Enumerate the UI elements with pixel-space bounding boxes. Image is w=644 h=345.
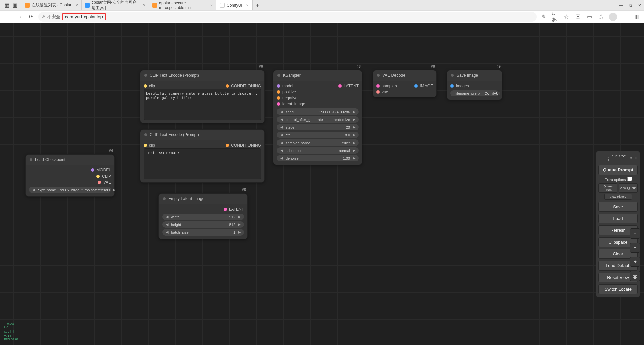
zoom-in-icon[interactable]: + <box>630 228 640 239</box>
url-input[interactable]: ⚠ 不安全 comfyui1.cpolar.top <box>38 12 537 22</box>
widget-steps[interactable]: ◀steps20▶ <box>277 124 359 130</box>
load-button[interactable]: Load <box>598 214 638 223</box>
port-clip-in[interactable]: clip <box>144 143 155 148</box>
port-negative-in[interactable]: negative <box>277 96 297 100</box>
node-title: Empty Latent Image <box>168 196 204 201</box>
view-queue-button[interactable]: View Queue <box>619 183 638 193</box>
extra-options[interactable]: Extra options <box>598 176 638 182</box>
comfyui-canvas[interactable]: #4 Load Checkpoint MODEL CLIP VAE ◀ckpt_… <box>0 23 644 345</box>
close-icon[interactable]: × <box>246 3 249 8</box>
switch-locale-button[interactable]: Switch Locale <box>598 284 638 294</box>
port-conditioning-out[interactable]: CONDITIONING <box>226 84 261 88</box>
tab-label: cpolar官网-安全的内网穿透工具 | <box>92 0 139 11</box>
tab-0[interactable]: 在线隧道列表 - Cpolar× <box>22 0 82 10</box>
port-clip-in[interactable]: clip <box>144 84 155 88</box>
save-button[interactable]: Save <box>598 202 638 212</box>
extensions-icon[interactable]: ⦿ <box>575 13 581 20</box>
insecure-warning: ⚠ 不安全 <box>42 14 60 20</box>
widget-scheduler[interactable]: ◀schedulernormal▶ <box>277 147 359 154</box>
port-model[interactable]: MODEL <box>91 168 111 172</box>
address-bar: ← → ⟳ ⚠ 不安全 comfyui1.cpolar.top ✎ aあ ☆ ⦿… <box>0 11 644 23</box>
maximize-icon[interactable]: ⧉ <box>629 3 632 8</box>
sidebar-toggle-icon[interactable]: ▣ <box>11 1 19 9</box>
sidepanel-icon[interactable]: ▥ <box>633 13 640 20</box>
widget-seed[interactable]: ◀seed156680208700286▶ <box>277 108 359 115</box>
tab-1[interactable]: cpolar官网-安全的内网穿透工具 |× <box>82 0 149 10</box>
port-samples-in[interactable]: samples <box>376 84 397 88</box>
port-clip[interactable]: CLIP <box>96 174 111 179</box>
new-tab-button[interactable]: + <box>253 0 263 10</box>
widget-height[interactable]: ◀height512▶ <box>162 221 244 228</box>
port-vae-in[interactable]: vae <box>376 90 388 94</box>
node-clip-negative[interactable]: CLIP Text Encode (Prompt) clipCONDITIONI… <box>140 129 265 183</box>
close-icon[interactable]: × <box>210 3 213 8</box>
node-title: KSampler <box>283 73 301 78</box>
tab-label: 在线隧道列表 - Cpolar <box>32 2 71 8</box>
app-menu-icon[interactable]: ▦ <box>3 1 11 9</box>
port-images-in[interactable]: images <box>450 84 469 88</box>
widget-denoise[interactable]: ◀denoise1.00▶ <box>277 155 359 161</box>
close-icon[interactable]: × <box>76 3 78 8</box>
gear-icon[interactable]: ⚙ <box>629 156 633 160</box>
widget-ckpt-name[interactable]: ◀ckpt_namesd3.5_large_turbo.safetensors▶ <box>29 187 111 193</box>
queue-front-button[interactable]: Queue Front <box>598 183 617 193</box>
node-title: Save Image <box>457 73 478 78</box>
widget-cfg[interactable]: ◀cfg8.0▶ <box>277 132 359 138</box>
port-latent-out[interactable]: LATENT <box>338 84 359 88</box>
window-controls: — ⧉ ✕ <box>619 3 641 8</box>
node-save-image[interactable]: #9 Save Image images filename_prefixComf… <box>447 70 502 100</box>
node-id: #5 <box>242 188 246 192</box>
forward-icon[interactable]: → <box>16 13 24 21</box>
widget-filename-prefix[interactable]: filename_prefixComfyUI <box>450 90 499 96</box>
port-positive-in[interactable]: positive <box>277 90 296 94</box>
more-icon[interactable]: ⋯ <box>622 13 628 20</box>
close-window-icon[interactable]: ✕ <box>638 3 641 8</box>
prompt-textarea[interactable] <box>144 148 261 179</box>
port-image-out[interactable]: IMAGE <box>414 84 433 88</box>
port-conditioning-out[interactable]: CONDITIONING <box>226 143 261 148</box>
drag-handle-icon[interactable]: ⋮⋮ <box>599 156 607 160</box>
tab-strip: 在线隧道列表 - Cpolar× cpolar官网-安全的内网穿透工具 |× c… <box>22 0 619 10</box>
profile-avatar[interactable] <box>609 13 617 21</box>
node-load-checkpoint[interactable]: #4 Load Checkpoint MODEL CLIP VAE ◀ckpt_… <box>25 154 115 197</box>
widget-control-after-generate[interactable]: ◀control_after_generaterandomize▶ <box>277 116 359 123</box>
close-panel-icon[interactable]: ✕ <box>634 156 637 160</box>
widget-batch-size[interactable]: ◀batch_size1▶ <box>162 229 244 236</box>
node-title: VAE Decode <box>382 73 405 78</box>
edit-icon[interactable]: ✎ <box>540 13 547 20</box>
node-ksampler[interactable]: #3 KSampler modelLATENT positive negativ… <box>273 70 362 165</box>
back-icon[interactable]: ← <box>4 13 12 21</box>
widget-sampler-name[interactable]: ◀sampler_nameeuler▶ <box>277 139 359 146</box>
view-history-button[interactable]: View History <box>604 194 632 200</box>
translate-icon[interactable]: aあ <box>552 13 558 20</box>
node-id: #6 <box>259 64 263 68</box>
zoom-out-icon[interactable]: − <box>630 243 640 253</box>
extra-options-checkbox[interactable] <box>627 177 632 181</box>
minimize-icon[interactable]: — <box>619 3 623 8</box>
tab-3[interactable]: ComfyUI× <box>216 0 253 10</box>
eye-icon[interactable]: ◉ <box>630 271 640 281</box>
node-id: #4 <box>109 149 113 153</box>
favorites-bar-icon[interactable]: ✩ <box>597 13 604 20</box>
port-latent-out[interactable]: LATENT <box>224 207 244 212</box>
queue-prompt-button[interactable]: Queue Prompt <box>598 165 638 175</box>
node-vae-decode[interactable]: #8 VAE Decode samplesIMAGE vae <box>373 70 437 97</box>
node-id: #3 <box>357 64 361 68</box>
locate-icon[interactable]: ✦ <box>630 257 640 267</box>
close-icon[interactable]: × <box>143 3 145 8</box>
browser-titlebar: ▦ ▣ 在线隧道列表 - Cpolar× cpolar官网-安全的内网穿透工具 … <box>0 0 644 11</box>
favorite-icon[interactable]: ☆ <box>563 13 570 20</box>
prompt-textarea[interactable] <box>144 89 261 120</box>
port-model-in[interactable]: model <box>277 84 293 88</box>
url-text: comfyui1.cpolar.top <box>62 13 106 20</box>
node-clip-positive[interactable]: #6 CLIP Text Encode (Prompt) clipCONDITI… <box>140 70 265 123</box>
tab-label: ComfyUI <box>227 3 242 8</box>
port-latent-image-in[interactable]: latent_image <box>277 102 305 106</box>
tab-2[interactable]: cpolar - secure introspectable tun× <box>149 0 216 10</box>
widget-width[interactable]: ◀width512▶ <box>162 214 244 220</box>
node-id: #9 <box>497 64 501 68</box>
reload-icon[interactable]: ⟳ <box>27 13 35 21</box>
collections-icon[interactable]: ▭ <box>586 13 593 20</box>
node-empty-latent[interactable]: #5 Empty Latent Image LATENT ◀width512▶ … <box>158 193 248 239</box>
port-vae[interactable]: VAE <box>98 180 111 185</box>
